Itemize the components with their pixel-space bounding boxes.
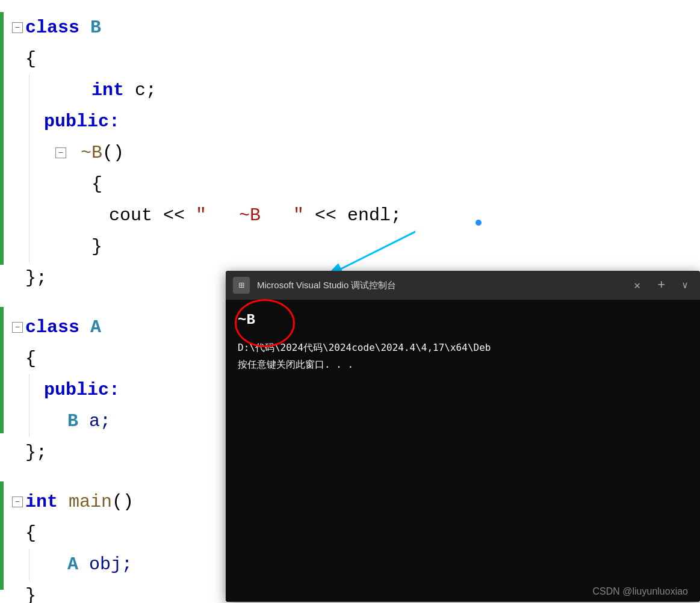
- line-brace-3: }: [12, 231, 688, 262]
- terminal-output-b: ~B: [238, 309, 688, 331]
- line-destructor-b: − ~B(): [12, 137, 688, 169]
- collapse-class-b[interactable]: −: [12, 22, 23, 33]
- collapse-destructor-b[interactable]: −: [55, 147, 66, 158]
- terminal-path: D:\代码\2024代码\2024code\2024.4\4,17\x64\De…: [238, 341, 688, 355]
- csdn-watermark: CSDN @liuyunluoxiao: [592, 586, 688, 597]
- terminal-titlebar: ⊞ Microsoft Visual Studio 调试控制台 ✕ + ∨: [226, 271, 700, 300]
- line-class-b: − class B: [12, 12, 688, 43]
- collapse-main[interactable]: −: [12, 496, 23, 507]
- line-public-b: public:: [12, 106, 688, 137]
- terminal-add-button[interactable]: +: [652, 276, 670, 295]
- terminal-window: ⊞ Microsoft Visual Studio 调试控制台 ✕ + ∨ ~B…: [226, 271, 700, 602]
- collapse-class-a[interactable]: −: [12, 322, 23, 333]
- editor-area: − class B { int c;: [0, 0, 700, 603]
- blue-dot: [475, 220, 482, 226]
- line-int-c: int c;: [12, 75, 688, 106]
- line-brace-2: {: [12, 169, 688, 200]
- terminal-chevron-button[interactable]: ∨: [677, 277, 693, 294]
- line-brace-1: {: [12, 43, 688, 75]
- terminal-close-button[interactable]: ✕: [629, 276, 645, 294]
- terminal-title: Microsoft Visual Studio 调试控制台: [257, 280, 622, 291]
- line-cout: cout << " ~B " << endl;: [12, 200, 688, 231]
- terminal-close-msg: 按任意键关闭此窗口. . .: [238, 357, 688, 372]
- terminal-body: ~B D:\代码\2024代码\2024code\2024.4\4,17\x64…: [226, 300, 700, 602]
- terminal-app-icon: ⊞: [233, 277, 250, 294]
